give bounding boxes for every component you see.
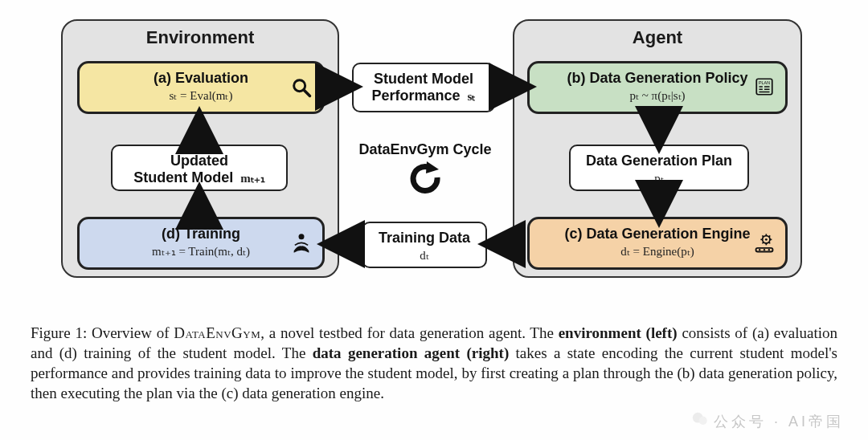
cycle-arrow-icon — [407, 182, 444, 196]
watermark: 公众号 · AI帝国 — [691, 410, 844, 419]
plan-box: Data Generation Plan pₜ — [569, 145, 749, 191]
training-data-sub: dₜ — [371, 248, 477, 263]
svg-point-2 — [299, 234, 305, 239]
svg-point-22 — [759, 249, 760, 251]
svg-point-23 — [764, 249, 765, 251]
svg-point-24 — [768, 249, 770, 251]
agent-title: Agent — [514, 27, 800, 48]
svg-text:PLAN: PLAN — [759, 80, 770, 85]
svg-line-18 — [769, 242, 771, 244]
policy-title: (b) Data Generation Policy — [538, 70, 777, 87]
svg-line-17 — [762, 235, 764, 237]
training-data-title: Training Data — [371, 230, 477, 246]
magnify-icon — [290, 76, 313, 99]
evaluation-title: (a) Evaluation — [88, 70, 314, 87]
wechat-icon — [691, 410, 709, 419]
engine-box: (c) Data Generation Engine dₜ = Engine(p… — [527, 217, 788, 270]
training-data-box: Training Data dₜ — [362, 222, 487, 268]
reader-icon — [290, 232, 313, 255]
performance-box: Student Model Performance sₜ — [352, 63, 495, 112]
engine-formula: dₜ = Engine(pₜ) — [538, 244, 777, 259]
policy-formula: pₜ ~ π(pₜ|sₜ) — [538, 88, 777, 103]
figure-caption: Figure 1: Overview of DataEnvGym, a nove… — [24, 323, 844, 403]
performance-title: Student Model Performance sₜ — [362, 71, 485, 104]
evaluation-box: (a) Evaluation sₜ = Eval(mₜ) — [77, 61, 325, 114]
watermark-text: 公众号 · AI帝国 — [714, 412, 844, 420]
svg-marker-3 — [426, 161, 439, 173]
cycle-label: DataEnvGym Cycle — [342, 141, 508, 158]
training-formula: mₜ₊₁ = Train(mₜ, dₜ) — [88, 244, 314, 259]
diagram-figure: Environment Agent (a) Evaluation sₜ = Ev… — [24, 16, 844, 313]
svg-line-20 — [762, 242, 764, 244]
plan-title: Data Generation Plan — [579, 153, 739, 169]
engine-title: (c) Data Generation Engine — [538, 226, 777, 242]
cycle-label-block: DataEnvGym Cycle — [342, 141, 508, 197]
plan-scroll-icon: PLAN — [753, 76, 776, 99]
svg-line-19 — [769, 235, 771, 237]
plan-sub: pₜ — [579, 171, 739, 185]
gear-conveyor-icon — [753, 232, 776, 255]
svg-line-1 — [305, 91, 310, 96]
environment-title: Environment — [63, 27, 338, 48]
svg-point-12 — [765, 238, 768, 241]
updated-model-box: Updated Student Model mₜ₊₁ — [111, 145, 288, 191]
training-title: (d) Training — [88, 226, 314, 242]
updated-model-title: Updated Student Model mₜ₊₁ — [121, 153, 278, 186]
training-box: (d) Training mₜ₊₁ = Train(mₜ, dₜ) — [77, 217, 325, 270]
policy-box: (b) Data Generation Policy pₜ ~ π(pₜ|sₜ)… — [527, 61, 788, 114]
evaluation-formula: sₜ = Eval(mₜ) — [88, 88, 314, 103]
